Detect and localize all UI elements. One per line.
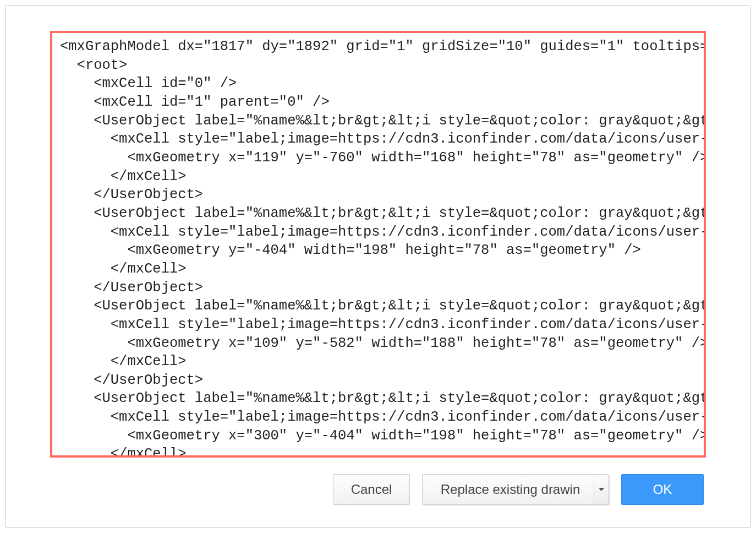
dialog-button-row: Cancel Replace existing drawin OK [50, 458, 706, 505]
replace-existing-drawing-dropdown[interactable]: Replace existing drawin [422, 474, 609, 505]
ok-button[interactable]: OK [621, 474, 704, 505]
edit-xml-dialog: Cancel Replace existing drawin OK [6, 6, 750, 527]
cancel-button[interactable]: Cancel [333, 474, 410, 505]
replace-dropdown-caret[interactable] [594, 475, 609, 504]
cancel-button-label: Cancel [351, 482, 392, 497]
ok-button-label: OK [653, 482, 672, 497]
replace-existing-drawing-label: Replace existing drawin [423, 475, 594, 504]
chevron-down-icon [599, 488, 604, 491]
xml-input[interactable] [52, 33, 704, 455]
xml-input-frame [50, 31, 706, 458]
